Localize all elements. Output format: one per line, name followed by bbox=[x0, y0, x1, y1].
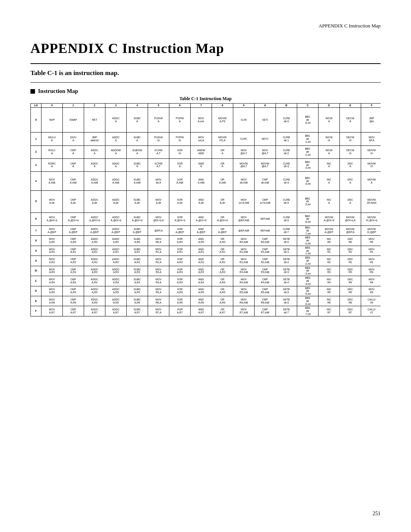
table-cell: MOV R1,A bbox=[148, 246, 169, 256]
table-cell: CMP A,R1 bbox=[63, 246, 84, 256]
table-cell: PUSH# IX bbox=[148, 133, 169, 145]
table-cell: INC R7 bbox=[319, 306, 340, 316]
table-cell: CMP A,@EP bbox=[63, 225, 84, 235]
table-cell: CMP A,R7 bbox=[63, 306, 84, 316]
table-cell: MOV A,#d8 bbox=[41, 172, 63, 191]
table-header-row: LH 0 1 2 3 4 5 6 7 8 9 A B C D E F bbox=[31, 104, 381, 108]
table-cell: INC A bbox=[319, 190, 340, 212]
table-cell: MOV @A,T bbox=[233, 145, 255, 158]
table-cell: ADDC A,R0 bbox=[105, 236, 127, 246]
table-cell: MOV R2 bbox=[361, 256, 381, 266]
table-cell: SETB dir:2 bbox=[276, 256, 297, 266]
table-cell: CLRC bbox=[233, 133, 255, 145]
col-header-4: 4 bbox=[127, 104, 148, 108]
table-cell: DEC R4 bbox=[340, 276, 361, 286]
row-header-C: C bbox=[31, 276, 41, 286]
table-cell: CMP A bbox=[63, 145, 84, 158]
table-cell: DEC R7 bbox=[340, 306, 361, 316]
table-cell: DIVU A bbox=[63, 133, 84, 145]
divider-thick bbox=[30, 63, 381, 64]
table-cell: MOV A,R7 bbox=[41, 306, 63, 316]
table-cell: CMP A,R2 bbox=[63, 256, 84, 266]
table-row: 9MOV A,R1CMP A,R1ADDC A,R1ADDC A,R1SUBC … bbox=[31, 246, 381, 256]
table-cell: MOV A,dir bbox=[41, 190, 63, 212]
table-cell: OR A,R3 bbox=[212, 266, 233, 276]
row-header-D: D bbox=[31, 286, 41, 296]
table-cell: MOVW @A,T bbox=[255, 158, 276, 171]
table-cell: MOV R4,A bbox=[148, 276, 169, 286]
table-cell: ADDC A,@IX+d bbox=[84, 212, 105, 225]
row-header-A: A bbox=[31, 256, 41, 266]
table-cell: ADDC A,@IX+d bbox=[105, 212, 127, 225]
table-cell: SUBC A,R4 bbox=[127, 276, 148, 286]
table-cell: INCW A bbox=[319, 145, 340, 158]
table-cell: ADDC A,@EP bbox=[105, 225, 127, 235]
table-cell: MOV 1x+d,#d8 bbox=[233, 190, 255, 212]
table-cell: ADDC A bbox=[84, 145, 105, 158]
row-header-7: 7 bbox=[31, 225, 41, 235]
table-cell: DEC R1 bbox=[340, 246, 361, 256]
table-cell: MOVW IX,@IX+d bbox=[361, 212, 381, 225]
table-cell: POPW IX bbox=[169, 133, 191, 145]
table-cell: INCW IX bbox=[319, 133, 340, 145]
table-cell: MOV R6,#d8 bbox=[233, 296, 255, 306]
table-cell: SUBC A bbox=[127, 107, 148, 133]
table-cell: RORC A bbox=[41, 158, 63, 171]
header-text: APPENDIX C Instruction Map bbox=[319, 23, 381, 29]
table-cell: INCW A bbox=[319, 107, 340, 133]
table-cell: MOV R3,#d8 bbox=[233, 266, 255, 276]
instruction-table: LH 0 1 2 3 4 5 6 7 8 9 A B C D E F bbox=[30, 103, 381, 316]
table-cell: ADDC A,R0 bbox=[84, 236, 105, 246]
table-cell: CMP A bbox=[63, 158, 84, 171]
table-cell: BBC dir :0,rel bbox=[297, 107, 319, 133]
table-row: 8MOV A,R0CMP A,R0ADDC A,R0ADDC A,R0SUBC … bbox=[31, 236, 381, 246]
table-cell: CMP R2,#d8 bbox=[255, 256, 276, 266]
section-icon bbox=[30, 89, 35, 94]
table-cell: DEC R3 bbox=[340, 266, 361, 276]
table-row: 7MOV A,@EPCMP A,@EPADDC A,@EPADDC A,@EPS… bbox=[31, 225, 381, 235]
table-cell: MOVW A,@EP bbox=[319, 225, 340, 235]
table-cell: MOV R5,#d8 bbox=[233, 286, 255, 296]
table-cell: OR A,R5 bbox=[212, 286, 233, 296]
table-cell: CALLV #7 bbox=[361, 306, 381, 316]
table-cell: INC R2 bbox=[319, 256, 340, 266]
row-header-0: 0 bbox=[31, 107, 41, 133]
table-cell: XOR A,@IX+d bbox=[169, 212, 191, 225]
table-cell: BBC dir :3,rel bbox=[297, 158, 319, 171]
table-cell: OR A,R2 bbox=[212, 256, 233, 266]
table-cell: MOV @EP,#d8 bbox=[233, 212, 255, 225]
table-cell: CMP R6,#d8 bbox=[255, 296, 276, 306]
row-header-B: B bbox=[31, 266, 41, 276]
table-cell: ADDC A bbox=[105, 133, 127, 145]
table-cell: CLRB dir:0 bbox=[276, 107, 297, 133]
row-header-4: 4 bbox=[31, 172, 41, 191]
table-cell: MOV R2,#d8 bbox=[233, 256, 255, 266]
table-cell: CMP 1x+d,#d8 bbox=[255, 190, 276, 212]
table-cell: MOV A,R2 bbox=[41, 256, 63, 266]
table-cell: BBC dir :6,rel bbox=[297, 212, 319, 225]
table-cell: CMP R0,#d8 bbox=[255, 236, 276, 246]
table-cell: ADDC A,#d8 bbox=[84, 172, 105, 191]
table-cell: AND A,R5 bbox=[191, 286, 212, 296]
table-cell: XOR A,R4 bbox=[169, 276, 191, 286]
subtitle: Table C-1 is an instruction map. bbox=[30, 69, 381, 77]
table-cell: CLRB dir:4 bbox=[276, 172, 297, 191]
table-cell: ADDC A,R6 bbox=[84, 296, 105, 306]
table-cell: MOVW IX,@EP bbox=[361, 225, 381, 235]
table-cell: BBC dir :1,rel bbox=[297, 133, 319, 145]
table-cell: SETI bbox=[255, 107, 276, 133]
row-header-9: 9 bbox=[31, 246, 41, 256]
table-cell: MOV R5,A bbox=[148, 286, 169, 296]
table-cell: BBS dir :7,rel bbox=[297, 306, 319, 316]
table-cell: MOV @IX+d,A bbox=[148, 212, 169, 225]
table-cell: INC A bbox=[319, 158, 340, 171]
table-cell: MOV R4,#d8 bbox=[233, 276, 255, 286]
table-cell: MOVW @IX+d,A bbox=[340, 212, 361, 225]
table-cell: OR A,@EP bbox=[212, 225, 233, 235]
page-title: APPENDIX C Instruction Map bbox=[30, 40, 381, 56]
table-cell: MOV A,R6 bbox=[41, 296, 63, 306]
table-cell: INC A bbox=[319, 172, 340, 191]
table-row: 5MOV A,dirCMP A,dirADDC A,dirADDC A,dirS… bbox=[31, 190, 381, 212]
table-cell: CMP A,R3 bbox=[63, 266, 84, 276]
table-cell: AND A,R7 bbox=[191, 306, 212, 316]
